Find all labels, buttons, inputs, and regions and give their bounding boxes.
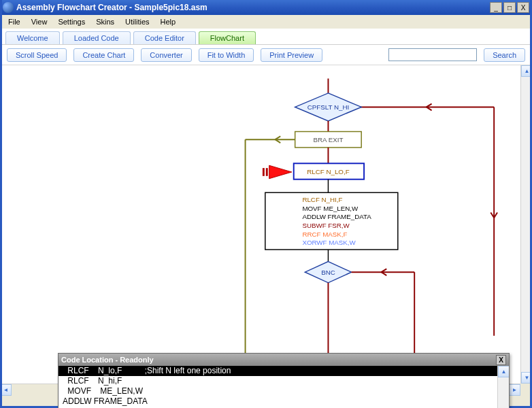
code-line[interactable]: ADDLW FRAME_DATA [59,396,497,407]
canvas-vscroll[interactable]: ▲ ▼ [520,65,532,384]
node-decision-bnc-label: BNC [321,269,335,276]
scroll-right-icon[interactable]: ► [509,384,520,396]
titlebar: Assembly Flowchart Creator - Sample5pic1… [0,0,532,15]
code-line[interactable]: MOVF ME_LEN,W [59,386,497,396]
menu-view[interactable]: View [26,16,53,27]
tab-flowchart[interactable]: FlowChart [199,31,256,44]
scroll-corner [520,384,532,395]
close-button[interactable]: X [517,2,529,13]
block-line-4: SUBWF FSR,W [302,222,350,229]
menu-bar: File View Settings Skins Utilities Help [0,15,532,29]
scroll-speed-button[interactable]: Scroll Speed [7,48,67,62]
tab-loaded-code[interactable]: Loaded Code [63,31,131,44]
print-preview-button[interactable]: Print Preview [261,48,322,62]
menu-file[interactable]: File [3,16,26,27]
search-button[interactable]: Search [484,48,525,62]
scroll-up-icon[interactable]: ▲ [521,65,532,77]
maximize-button[interactable]: □ [503,2,516,13]
node-bra-exit-label: BRA EXIT [313,136,343,143]
scroll-down-icon[interactable]: ▼ [521,372,532,384]
node-rlcf-nlo-label: RLCF N_LO,F [307,168,349,175]
code-panel-header[interactable]: Code Location - Readonly X [59,354,509,366]
code-lines: RLCF N_lo,F ;Shift N left one position R… [59,366,497,408]
window-title: Assembly Flowchart Creator - Sample5pic1… [16,3,207,12]
flowchart-canvas[interactable]: CPFSLT N_HI BRA EXIT RLCF N_LO,F [0,65,520,384]
flowchart-canvas-wrap: CPFSLT N_HI BRA EXIT RLCF N_LO,F [0,65,532,395]
code-line-selected[interactable]: RLCF N_lo,F ;Shift N left one position [59,366,497,376]
menu-utilities[interactable]: Utilities [120,16,154,27]
block-line-5: RRCF MASK,F [302,231,347,238]
main-tab-strip: Welcome Loaded Code Code Editor FlowChar… [0,29,532,45]
app-icon [3,2,14,13]
block-line-1: RLCF N_HI,F [302,196,342,203]
menu-skins[interactable]: Skins [90,16,120,27]
menu-help[interactable]: Help [155,16,182,27]
code-line[interactable]: RLCF N_hi,F [59,376,497,386]
minimize-button[interactable]: _ [490,2,502,13]
tab-code-editor[interactable]: Code Editor [133,31,196,44]
code-panel-body: RLCF N_lo,F ;Shift N left one position R… [59,366,509,408]
code-location-panel[interactable]: Code Location - Readonly X RLCF N_lo,F ;… [58,353,510,408]
fit-to-width-button[interactable]: Fit to Width [199,48,254,62]
block-line-2: MOVF ME_LEN,W [302,205,359,212]
flowchart-toolbar: Scroll Speed Create Chart Converter Fit … [0,45,532,65]
block-line-6: XORWF MASK,W [302,239,356,246]
converter-button[interactable]: Converter [141,48,191,62]
code-panel-close-button[interactable]: X [496,355,506,365]
block-line-3: ADDLW FRAME_DATA [302,213,371,220]
node-decision-cpfslt-label: CPFSLT N_HI [307,103,349,111]
code-panel-title: Code Location - Readonly [61,356,154,364]
current-node-arrow-icon [263,165,292,179]
svg-rect-14 [266,168,268,176]
menu-settings[interactable]: Settings [52,16,90,27]
flowchart-svg: CPFSLT N_HI BRA EXIT RLCF N_LO,F [0,65,520,384]
search-input[interactable] [388,48,477,61]
scroll-up-icon[interactable]: ▲ [498,366,509,377]
code-panel-vscroll[interactable]: ▲ ▼ [497,366,509,408]
create-chart-button[interactable]: Create Chart [73,48,134,62]
tab-welcome[interactable]: Welcome [5,31,60,44]
svg-marker-15 [269,165,292,179]
scroll-left-icon[interactable]: ◄ [0,384,12,396]
svg-rect-13 [263,168,265,176]
